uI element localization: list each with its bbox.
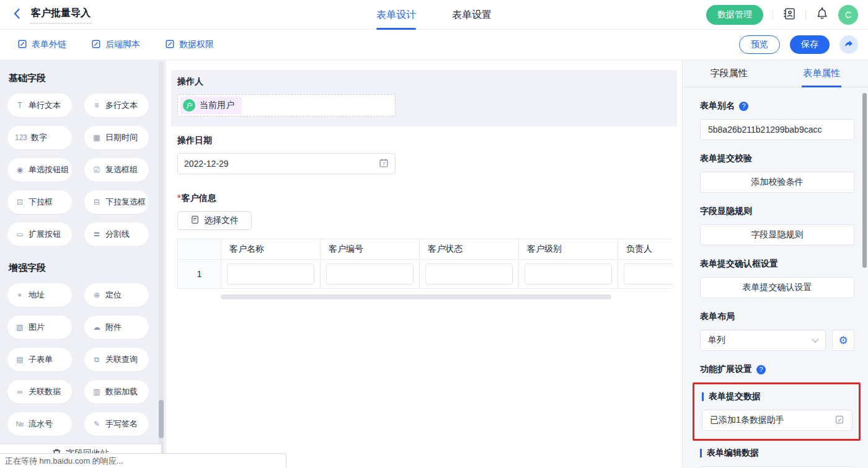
choose-file-label: 选择文件	[204, 215, 239, 226]
field-type-button[interactable]: ≡ 多行文本	[84, 94, 149, 117]
column-header-cell: 客户名称	[221, 239, 321, 260]
field-type-label: 日期时间	[105, 132, 138, 143]
preview-button[interactable]: 预览	[739, 35, 780, 54]
cell-text-input[interactable]	[227, 263, 314, 285]
field-type-button[interactable]: ▭ 扩展按钮	[7, 223, 72, 246]
sidebar-scrollbar-thumb[interactable]	[159, 400, 164, 438]
cell-text-input[interactable]	[425, 263, 513, 285]
field-type-icon: ⊟	[92, 198, 102, 206]
field-customer-info[interactable]: *客户信息 选择文件	[171, 187, 677, 309]
cell-text-input[interactable]	[624, 263, 673, 285]
field-type-button[interactable]: 123 数字	[7, 126, 72, 149]
field-type-label: 手写签名	[105, 418, 138, 430]
field-type-label: 图片	[29, 322, 45, 333]
field-type-button[interactable]: ⊡ 下拉框	[7, 190, 72, 214]
column-header-cell: 负责人	[618, 239, 673, 260]
confirm-label: 表单提交确认框设置	[700, 258, 854, 270]
gear-icon: ⚙	[838, 334, 848, 347]
layout-settings-button[interactable]: ⚙	[832, 330, 854, 351]
cell-text-input[interactable]	[326, 263, 414, 285]
field-type-icon: ≡	[92, 101, 102, 110]
field-type-button[interactable]: ∞ 关联数据	[7, 380, 72, 404]
toolbar-link-icon	[17, 39, 27, 51]
field-type-button[interactable]: ⧉ 关联查询	[84, 348, 149, 371]
sidebar-section-title: 增强字段	[9, 262, 166, 274]
field-type-button[interactable]: ⌖ 地址	[7, 283, 72, 307]
help-icon[interactable]	[739, 102, 748, 111]
panel-tabs: 字段属性 表单属性	[683, 60, 868, 87]
field-type-label: 地址	[29, 289, 45, 301]
status-text: 正在等待 hm.baidu.com 的响应...	[5, 456, 123, 467]
submit-data-input[interactable]: 已添加1条数据助手	[702, 410, 852, 431]
field-type-button[interactable]: ▥ 数据加载	[84, 380, 149, 404]
field-type-button[interactable]: ▧ 图片	[7, 316, 72, 339]
blue-bar	[700, 449, 702, 457]
alias-input[interactable]: 5b8a26b211b21299bab9cacc	[700, 119, 854, 140]
table-horizontal-scrollbar[interactable]	[221, 294, 611, 299]
field-type-label: 分割线	[105, 229, 130, 240]
edit-icon[interactable]	[835, 415, 844, 426]
form-designer-app: 客户批量导入 表单设计 表单设置 数据管理	[0, 0, 868, 468]
page-title[interactable]: 客户批量导入	[30, 6, 92, 24]
main-area: 基础字段 T 单行文本 ≡ 多行文本	[0, 60, 868, 468]
field-type-label: 复选框组	[105, 164, 138, 175]
field-type-button[interactable]: ⊟ 下拉复选框	[84, 190, 149, 214]
add-validation-button[interactable]: 添加校验条件	[700, 172, 854, 193]
sidebar-sections: 基础字段 T 单行文本 ≡ 多行文本	[0, 73, 166, 468]
toolbar-link-label: 数据权限	[179, 39, 214, 50]
submit-confirm-button[interactable]: 表单提交确认设置	[700, 277, 854, 298]
field-type-label: 扩展按钮	[29, 229, 61, 240]
help-icon[interactable]	[756, 365, 766, 374]
field-type-button[interactable]: T 单行文本	[7, 94, 72, 117]
field-type-button[interactable]: ⊕ 定位	[84, 283, 149, 307]
column-header-cell: 客户编号	[321, 239, 420, 260]
row-index-cell: 1	[178, 260, 221, 289]
field-type-label: 单行文本	[29, 100, 61, 111]
sidebar-section-title: 基础字段	[9, 73, 166, 84]
chevron-down-icon	[812, 335, 818, 342]
main-tab[interactable]: 表单设置	[452, 0, 492, 30]
main-tab[interactable]: 表单设计	[376, 0, 416, 30]
bell-icon	[815, 7, 829, 22]
field-operator[interactable]: 操作人 户 当前用户	[171, 70, 677, 126]
field-operator-value-box[interactable]: 户 当前用户	[177, 94, 396, 117]
field-type-button[interactable]: ☑ 复选框组	[84, 158, 149, 182]
subform-table-wrap: 客户名称 客户编号 客户状态 客户级别 负责人	[177, 239, 673, 289]
field-type-button[interactable]: ▤ 子表单	[7, 348, 72, 371]
user-avatar[interactable]: C	[838, 5, 858, 25]
field-type-button[interactable]: ☁ 附件	[84, 316, 149, 339]
layout-select[interactable]: 单列	[700, 330, 826, 351]
field-type-button[interactable]: ◉ 单选按钮组	[7, 158, 72, 182]
field-type-button[interactable]: ✎ 手写签名	[84, 412, 149, 436]
share-button[interactable]	[839, 35, 858, 54]
field-type-button[interactable]: № 流水号	[7, 412, 72, 436]
notification-button[interactable]	[815, 7, 829, 22]
date-value: 2022-12-29	[184, 159, 229, 169]
field-type-button[interactable]: 〓 分割线	[84, 223, 149, 246]
date-input[interactable]: 2022-12-29 7	[177, 153, 396, 174]
field-type-icon: ▤	[15, 355, 25, 364]
field-type-icon: ▭	[15, 230, 25, 239]
sidebar-section: 增强字段 ⌖ 地址 ⊕ 定位	[0, 262, 166, 439]
field-type-label: 下拉复选框	[105, 196, 146, 208]
panel-tab[interactable]: 表单属性	[776, 60, 868, 87]
visibility-rules-button[interactable]: 字段显隐规则	[700, 224, 854, 245]
toolbar-link[interactable]: 表单外链	[17, 39, 66, 51]
toolbar-link[interactable]: 后端脚本	[91, 39, 140, 51]
submit-data-title-row: 表单提交数据	[702, 391, 852, 402]
cell-text-input[interactable]	[525, 263, 612, 285]
field-type-icon: ☑	[92, 166, 102, 174]
field-type-button[interactable]: ▦ 日期时间	[84, 126, 149, 149]
data-manage-button[interactable]: 数据管理	[706, 5, 763, 25]
field-customer-label: *客户信息	[177, 193, 671, 204]
contact-book-button[interactable]	[782, 7, 796, 22]
save-button[interactable]: 保存	[790, 35, 830, 54]
panel-scrollbar-thumb[interactable]	[862, 93, 867, 268]
alias-label-row: 表单别名	[700, 100, 854, 112]
panel-tab[interactable]: 字段属性	[683, 60, 776, 87]
toolbar-link[interactable]: 数据权限	[165, 39, 214, 51]
back-button[interactable]	[11, 7, 24, 22]
choose-file-button[interactable]: 选择文件	[177, 211, 252, 230]
field-op-date[interactable]: 操作日期 2022-12-29 7	[171, 129, 677, 184]
index-header-cell	[178, 239, 221, 260]
